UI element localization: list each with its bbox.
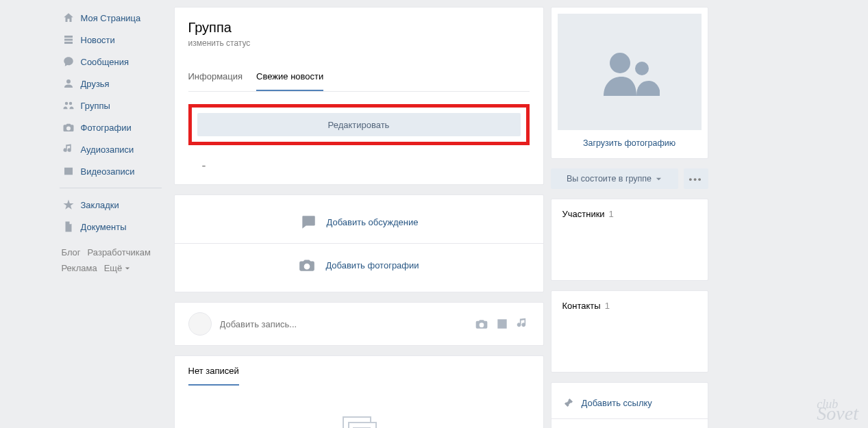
contacts-title: Контакты — [562, 301, 601, 311]
person-icon — [62, 77, 75, 90]
nav-label: Сообщения — [81, 57, 129, 67]
video-icon — [62, 164, 75, 178]
footer-ad[interactable]: Реклама — [62, 263, 97, 273]
add-link-label: Добавить ссылку — [582, 398, 652, 408]
nav-label: Документы — [81, 222, 127, 232]
more-button[interactable]: ••• — [684, 168, 708, 189]
change-status[interactable]: изменить статус — [188, 38, 530, 48]
contacts-card[interactable]: Контакты1 — [551, 290, 708, 373]
post-input[interactable] — [220, 319, 467, 329]
nav-my-page[interactable]: Моя Страница — [58, 7, 164, 29]
watermark: clubSovet — [817, 396, 858, 420]
post-attachments — [475, 317, 530, 331]
nav-photos[interactable]: Фотографии — [58, 116, 164, 138]
add-block: Добавить обсуждение Добавить фотографии — [174, 194, 544, 292]
right-column: Загрузить фотографию Вы состоите в групп… — [551, 7, 708, 428]
empty-posts-illustration — [175, 386, 543, 428]
membership-button[interactable]: Вы состоите в группе — [551, 168, 678, 189]
add-discussion-label: Добавить обсуждение — [327, 217, 419, 227]
messages-icon — [62, 55, 75, 68]
nav-label: Друзья — [81, 79, 110, 89]
tabs: Информация Свежие новости — [188, 63, 530, 92]
music-icon[interactable] — [516, 317, 530, 331]
highlight-box: Редактировать — [188, 104, 530, 145]
nav-label: Аудиозаписи — [81, 144, 134, 155]
group-title: Группа — [188, 20, 530, 36]
film-icon[interactable] — [495, 317, 509, 331]
footer-dev[interactable]: Разработчикам — [88, 247, 151, 257]
pin-icon — [562, 396, 575, 409]
nav-label: Видеозаписи — [81, 166, 135, 177]
music-icon — [62, 142, 75, 156]
group-photo-placeholder[interactable] — [558, 14, 702, 130]
groups-icon — [62, 99, 75, 112]
new-post — [174, 302, 544, 346]
add-photos[interactable]: Добавить фотографии — [175, 244, 543, 286]
main-column: Группа изменить статус Информация Свежие… — [174, 7, 544, 428]
svg-rect-1 — [349, 423, 376, 428]
chat-icon — [299, 213, 317, 231]
separator — [60, 188, 162, 188]
posts-card: Нет записей — [174, 355, 544, 428]
nav-docs[interactable]: Документы — [58, 216, 164, 238]
nav-groups[interactable]: Группы — [58, 95, 164, 116]
document-icon — [62, 220, 75, 234]
nav-feed[interactable]: Новости — [58, 29, 164, 51]
star-icon — [62, 198, 75, 212]
nav-friends[interactable]: Друзья — [58, 73, 164, 95]
membership-row: Вы состоите в группе ••• — [551, 168, 708, 189]
avatar — [188, 312, 212, 336]
add-photos-side[interactable]: Добавить фотографии — [562, 425, 697, 428]
members-card[interactable]: Участники1 — [551, 199, 708, 281]
members-count: 1 — [609, 209, 614, 219]
tab-news[interactable]: Свежие новости — [256, 63, 323, 91]
feed-icon — [62, 33, 75, 47]
nav-audio[interactable]: Аудиозаписи — [58, 138, 164, 160]
footer-links: БлогРазработчикам РекламаЕщё — [58, 244, 164, 277]
footer-blog[interactable]: Блог — [62, 247, 81, 257]
nav-label: Группы — [81, 101, 110, 111]
nav-messages[interactable]: Сообщения — [58, 51, 164, 73]
home-icon — [62, 11, 75, 25]
actions-card: Добавить ссылку Добавить фотографии — [551, 382, 708, 428]
nav-video[interactable]: Видеозаписи — [58, 160, 164, 182]
members-title: Участники — [562, 209, 605, 219]
nav-bookmarks[interactable]: Закладки — [58, 194, 164, 216]
svg-point-8 — [635, 62, 649, 75]
svg-point-7 — [610, 53, 630, 73]
add-photos-label: Добавить фотографии — [325, 260, 419, 270]
upload-photo[interactable]: Загрузить фотографию — [558, 130, 702, 152]
collapse-marker: - — [188, 155, 530, 184]
contacts-count: 1 — [605, 301, 610, 311]
nav-label: Моя Страница — [81, 13, 141, 23]
add-discussion[interactable]: Добавить обсуждение — [175, 201, 543, 243]
nav-label: Закладки — [81, 200, 119, 210]
group-header-card: Группа изменить статус Информация Свежие… — [174, 7, 544, 185]
left-nav: Моя Страница Новости Сообщения Друзья Гр… — [58, 7, 167, 277]
nav-label: Фотографии — [81, 123, 132, 133]
nav-label: Новости — [81, 35, 115, 45]
tab-info[interactable]: Информация — [188, 63, 243, 91]
photo-card: Загрузить фотографию — [551, 7, 708, 159]
edit-button[interactable]: Редактировать — [197, 113, 521, 136]
no-posts-tab: Нет записей — [188, 366, 239, 386]
footer-more[interactable]: Ещё — [104, 263, 130, 273]
camera-icon[interactable] — [475, 317, 488, 331]
separator — [551, 418, 708, 419]
add-link[interactable]: Добавить ссылку — [562, 392, 697, 413]
camera-icon — [62, 121, 75, 134]
camera-icon — [298, 256, 316, 274]
